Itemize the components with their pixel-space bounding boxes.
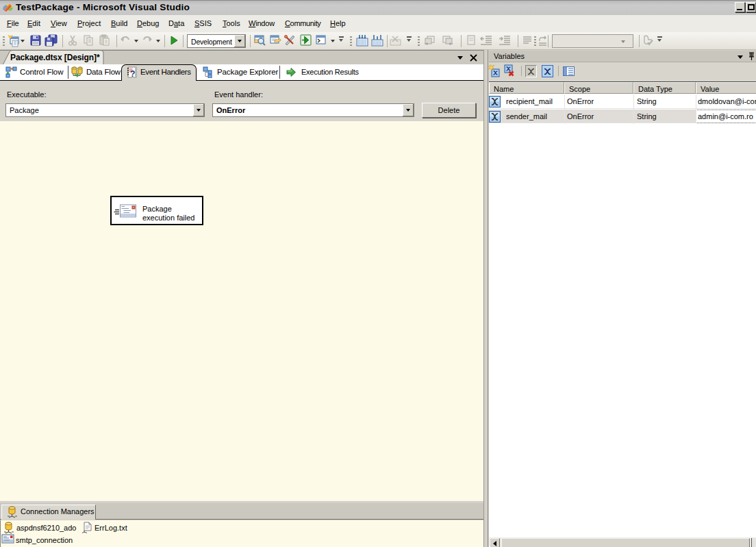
svg-text:?: ? xyxy=(130,69,135,79)
